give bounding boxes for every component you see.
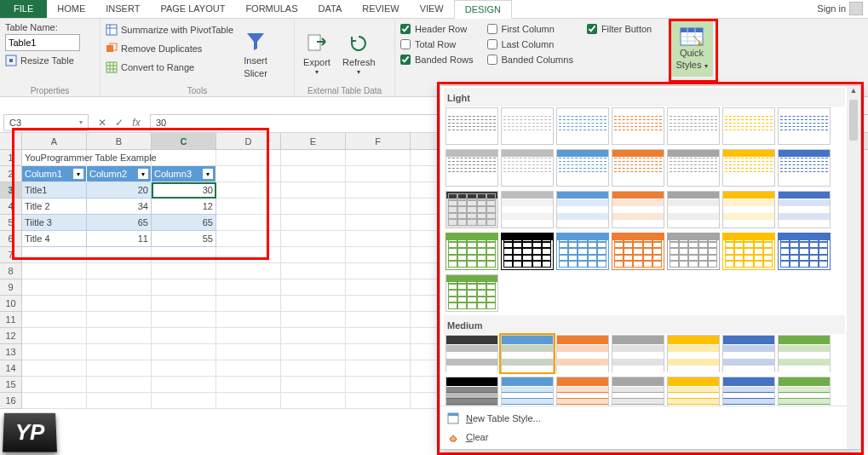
filter-dropdown-icon[interactable]: ▾ bbox=[203, 169, 213, 179]
tab-insert[interactable]: INSERT bbox=[95, 0, 150, 18]
cell[interactable] bbox=[216, 199, 281, 215]
cell[interactable] bbox=[216, 263, 281, 279]
table-style-swatch[interactable] bbox=[778, 377, 831, 406]
cell[interactable] bbox=[281, 263, 346, 279]
tab-data[interactable]: DATA bbox=[308, 0, 353, 18]
cell[interactable] bbox=[22, 377, 87, 393]
cell[interactable] bbox=[22, 360, 87, 377]
cell[interactable] bbox=[87, 247, 152, 263]
table-style-swatch[interactable] bbox=[722, 149, 775, 187]
convert-to-range-button[interactable]: Convert to Range bbox=[106, 60, 233, 75]
table-header[interactable]: Column2▾ bbox=[87, 166, 152, 182]
cell[interactable] bbox=[346, 360, 411, 377]
row-header[interactable]: 1 bbox=[0, 150, 22, 166]
cell[interactable] bbox=[346, 182, 411, 199]
cell[interactable]: 34 bbox=[87, 199, 152, 215]
cell[interactable] bbox=[346, 296, 411, 312]
cell[interactable] bbox=[87, 296, 152, 312]
col-header-e[interactable]: E bbox=[281, 133, 346, 149]
col-header-d[interactable]: D bbox=[216, 133, 281, 149]
refresh-button[interactable]: Refresh▾ bbox=[339, 22, 379, 84]
cell[interactable] bbox=[346, 328, 411, 344]
table-style-swatch[interactable] bbox=[722, 335, 775, 372]
cell[interactable] bbox=[152, 328, 216, 344]
cell[interactable] bbox=[281, 215, 346, 231]
cell[interactable] bbox=[152, 393, 216, 409]
table-style-swatch[interactable] bbox=[556, 107, 609, 145]
cell[interactable] bbox=[281, 231, 346, 247]
table-style-swatch[interactable] bbox=[778, 191, 831, 228]
fx-icon[interactable]: fx bbox=[129, 117, 143, 129]
cell[interactable]: 12 bbox=[152, 199, 216, 215]
table-header[interactable]: Column1▾ bbox=[22, 166, 87, 182]
table-style-swatch[interactable] bbox=[778, 107, 831, 145]
row-header[interactable]: 3 bbox=[0, 182, 22, 199]
gallery-scrollbar[interactable]: ▲ bbox=[847, 86, 860, 449]
last-col-checkbox[interactable]: Last Column bbox=[487, 39, 573, 49]
name-box[interactable]: C3▾ bbox=[3, 114, 89, 131]
cell[interactable] bbox=[87, 279, 152, 296]
select-all-corner[interactable] bbox=[0, 133, 22, 149]
cell[interactable] bbox=[87, 328, 152, 344]
table-style-swatch[interactable] bbox=[501, 233, 554, 270]
cell[interactable] bbox=[346, 247, 411, 263]
table-style-swatch[interactable] bbox=[501, 149, 554, 187]
cell[interactable] bbox=[22, 312, 87, 328]
scrollbar-thumb[interactable] bbox=[849, 100, 858, 141]
cell[interactable] bbox=[216, 377, 281, 393]
export-button[interactable]: Export▾ bbox=[300, 22, 334, 84]
filter-dropdown-icon[interactable]: ▾ bbox=[73, 169, 83, 179]
cell[interactable] bbox=[216, 312, 281, 328]
row-header[interactable]: 5 bbox=[0, 215, 22, 231]
table-style-swatch[interactable] bbox=[556, 191, 609, 228]
cell[interactable] bbox=[346, 279, 411, 296]
cell[interactable] bbox=[152, 263, 216, 279]
cell[interactable] bbox=[152, 296, 216, 312]
cell[interactable] bbox=[216, 328, 281, 344]
table-style-swatch[interactable] bbox=[667, 335, 720, 372]
banded-cols-checkbox[interactable]: Banded Columns bbox=[487, 55, 573, 65]
table-style-swatch[interactable] bbox=[778, 149, 831, 187]
cell[interactable] bbox=[346, 199, 411, 215]
row-header[interactable]: 12 bbox=[0, 328, 22, 344]
cell[interactable]: Title1 bbox=[22, 182, 87, 199]
table-style-swatch[interactable] bbox=[722, 191, 775, 228]
cell[interactable] bbox=[152, 150, 216, 166]
row-header[interactable]: 4 bbox=[0, 199, 22, 215]
new-table-style-button[interactable]: New Table Style... bbox=[445, 410, 855, 427]
cell[interactable] bbox=[346, 393, 411, 409]
cell[interactable] bbox=[216, 166, 281, 182]
row-header[interactable]: 8 bbox=[0, 263, 22, 279]
cell[interactable]: 20 bbox=[87, 182, 152, 199]
enter-formula-icon[interactable]: ✓ bbox=[112, 117, 126, 129]
cell[interactable] bbox=[281, 247, 346, 263]
filter-dropdown-icon[interactable]: ▾ bbox=[138, 169, 148, 179]
tab-home[interactable]: HOME bbox=[47, 0, 95, 18]
cell[interactable] bbox=[346, 377, 411, 393]
tab-file[interactable]: FILE bbox=[0, 0, 47, 18]
cell[interactable] bbox=[22, 279, 87, 296]
row-header[interactable]: 16 bbox=[0, 393, 22, 409]
cell[interactable] bbox=[346, 166, 411, 182]
cell[interactable] bbox=[22, 296, 87, 312]
table-style-swatch[interactable] bbox=[612, 377, 664, 406]
table-style-swatch[interactable] bbox=[556, 335, 609, 372]
cell[interactable] bbox=[281, 199, 346, 215]
cell[interactable] bbox=[152, 360, 216, 377]
table-style-swatch[interactable] bbox=[556, 233, 609, 270]
cell[interactable] bbox=[87, 344, 152, 360]
tab-view[interactable]: VIEW bbox=[410, 0, 454, 18]
sign-in[interactable]: Sign in bbox=[817, 2, 863, 15]
quick-styles-button[interactable]: Quick Styles ▾ bbox=[670, 20, 713, 77]
table-style-swatch[interactable] bbox=[501, 191, 554, 228]
cancel-formula-icon[interactable]: ✕ bbox=[95, 117, 109, 129]
cell[interactable] bbox=[281, 182, 346, 199]
cell[interactable] bbox=[87, 312, 152, 328]
resize-table-button[interactable]: Resize Table bbox=[5, 53, 80, 68]
cell[interactable]: 65 bbox=[152, 215, 216, 231]
cell[interactable] bbox=[346, 150, 411, 166]
col-header-c[interactable]: C bbox=[152, 133, 216, 149]
cell[interactable] bbox=[216, 150, 281, 166]
cell[interactable] bbox=[22, 328, 87, 344]
cell[interactable] bbox=[281, 312, 346, 328]
